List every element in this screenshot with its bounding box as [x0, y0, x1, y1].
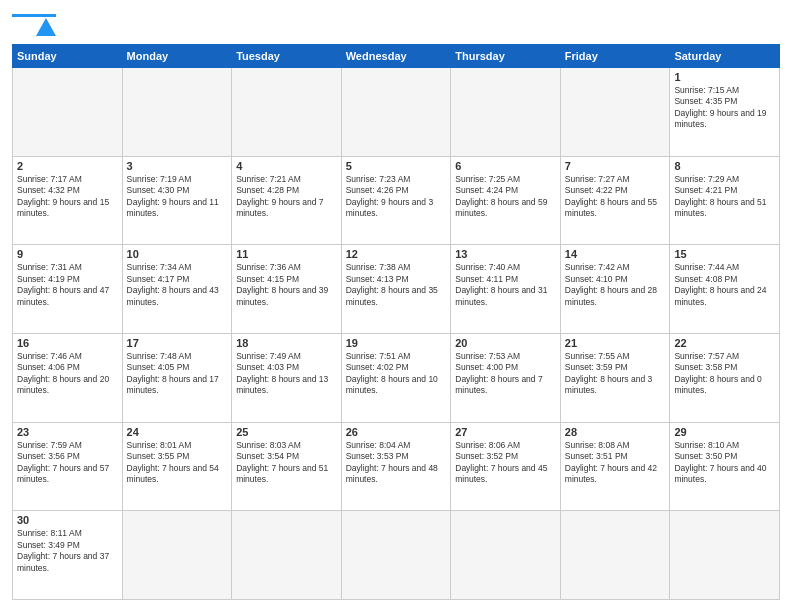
day-cell-23: 23 Sunrise: 7:59 AMSunset: 3:56 PMDaylig… — [13, 422, 123, 511]
col-wednesday: Wednesday — [341, 45, 451, 68]
day-cell-17: 17 Sunrise: 7:48 AMSunset: 4:05 PMDaylig… — [122, 333, 232, 422]
day-info-22: Sunrise: 7:57 AMSunset: 3:58 PMDaylight:… — [674, 351, 775, 397]
day-cell-9: 9 Sunrise: 7:31 AMSunset: 4:19 PMDayligh… — [13, 245, 123, 334]
day-number-24: 24 — [127, 426, 228, 438]
day-info-15: Sunrise: 7:44 AMSunset: 4:08 PMDaylight:… — [674, 262, 775, 308]
day-number-23: 23 — [17, 426, 118, 438]
day-info-17: Sunrise: 7:48 AMSunset: 4:05 PMDaylight:… — [127, 351, 228, 397]
day-number-10: 10 — [127, 248, 228, 260]
day-cell-21: 21 Sunrise: 7:55 AMSunset: 3:59 PMDaylig… — [560, 333, 670, 422]
day-info-16: Sunrise: 7:46 AMSunset: 4:06 PMDaylight:… — [17, 351, 118, 397]
day-number-1: 1 — [674, 71, 775, 83]
day-number-3: 3 — [127, 160, 228, 172]
day-number-18: 18 — [236, 337, 337, 349]
day-number-21: 21 — [565, 337, 666, 349]
empty-cell — [122, 511, 232, 600]
empty-cell — [451, 68, 561, 157]
day-cell-24: 24 Sunrise: 8:01 AMSunset: 3:55 PMDaylig… — [122, 422, 232, 511]
day-info-25: Sunrise: 8:03 AMSunset: 3:54 PMDaylight:… — [236, 440, 337, 486]
day-number-12: 12 — [346, 248, 447, 260]
day-number-4: 4 — [236, 160, 337, 172]
day-info-5: Sunrise: 7:23 AMSunset: 4:26 PMDaylight:… — [346, 174, 447, 220]
col-sunday: Sunday — [13, 45, 123, 68]
day-number-17: 17 — [127, 337, 228, 349]
day-number-16: 16 — [17, 337, 118, 349]
header — [12, 12, 780, 36]
day-number-29: 29 — [674, 426, 775, 438]
day-number-11: 11 — [236, 248, 337, 260]
week-row-6: 30 Sunrise: 8:11 AMSunset: 3:49 PMDaylig… — [13, 511, 780, 600]
day-cell-19: 19 Sunrise: 7:51 AMSunset: 4:02 PMDaylig… — [341, 333, 451, 422]
day-number-2: 2 — [17, 160, 118, 172]
week-row-2: 2 Sunrise: 7:17 AMSunset: 4:32 PMDayligh… — [13, 156, 780, 245]
day-cell-28: 28 Sunrise: 8:08 AMSunset: 3:51 PMDaylig… — [560, 422, 670, 511]
weekday-header-row: Sunday Monday Tuesday Wednesday Thursday… — [13, 45, 780, 68]
day-cell-16: 16 Sunrise: 7:46 AMSunset: 4:06 PMDaylig… — [13, 333, 123, 422]
day-number-8: 8 — [674, 160, 775, 172]
empty-cell — [341, 68, 451, 157]
day-info-9: Sunrise: 7:31 AMSunset: 4:19 PMDaylight:… — [17, 262, 118, 308]
col-saturday: Saturday — [670, 45, 780, 68]
empty-cell — [670, 511, 780, 600]
day-info-2: Sunrise: 7:17 AMSunset: 4:32 PMDaylight:… — [17, 174, 118, 220]
day-cell-29: 29 Sunrise: 8:10 AMSunset: 3:50 PMDaylig… — [670, 422, 780, 511]
day-number-7: 7 — [565, 160, 666, 172]
col-friday: Friday — [560, 45, 670, 68]
day-info-13: Sunrise: 7:40 AMSunset: 4:11 PMDaylight:… — [455, 262, 556, 308]
day-info-26: Sunrise: 8:04 AMSunset: 3:53 PMDaylight:… — [346, 440, 447, 486]
day-number-14: 14 — [565, 248, 666, 260]
week-row-1: 1 Sunrise: 7:15 AMSunset: 4:35 PMDayligh… — [13, 68, 780, 157]
day-number-28: 28 — [565, 426, 666, 438]
day-number-5: 5 — [346, 160, 447, 172]
day-cell-8: 8 Sunrise: 7:29 AMSunset: 4:21 PMDayligh… — [670, 156, 780, 245]
day-info-23: Sunrise: 7:59 AMSunset: 3:56 PMDaylight:… — [17, 440, 118, 486]
day-cell-30: 30 Sunrise: 8:11 AMSunset: 3:49 PMDaylig… — [13, 511, 123, 600]
empty-cell — [560, 68, 670, 157]
day-info-10: Sunrise: 7:34 AMSunset: 4:17 PMDaylight:… — [127, 262, 228, 308]
day-cell-22: 22 Sunrise: 7:57 AMSunset: 3:58 PMDaylig… — [670, 333, 780, 422]
empty-cell — [560, 511, 670, 600]
day-cell-1: 1 Sunrise: 7:15 AMSunset: 4:35 PMDayligh… — [670, 68, 780, 157]
day-number-20: 20 — [455, 337, 556, 349]
logo — [12, 12, 56, 36]
day-number-25: 25 — [236, 426, 337, 438]
day-number-9: 9 — [17, 248, 118, 260]
day-info-14: Sunrise: 7:42 AMSunset: 4:10 PMDaylight:… — [565, 262, 666, 308]
day-number-19: 19 — [346, 337, 447, 349]
calendar: Sunday Monday Tuesday Wednesday Thursday… — [12, 44, 780, 600]
day-info-29: Sunrise: 8:10 AMSunset: 3:50 PMDaylight:… — [674, 440, 775, 486]
day-info-3: Sunrise: 7:19 AMSunset: 4:30 PMDaylight:… — [127, 174, 228, 220]
col-monday: Monday — [122, 45, 232, 68]
day-number-27: 27 — [455, 426, 556, 438]
day-cell-6: 6 Sunrise: 7:25 AMSunset: 4:24 PMDayligh… — [451, 156, 561, 245]
day-info-1: Sunrise: 7:15 AMSunset: 4:35 PMDaylight:… — [674, 85, 775, 131]
empty-cell — [451, 511, 561, 600]
day-info-6: Sunrise: 7:25 AMSunset: 4:24 PMDaylight:… — [455, 174, 556, 220]
day-cell-20: 20 Sunrise: 7:53 AMSunset: 4:00 PMDaylig… — [451, 333, 561, 422]
day-number-6: 6 — [455, 160, 556, 172]
day-info-8: Sunrise: 7:29 AMSunset: 4:21 PMDaylight:… — [674, 174, 775, 220]
day-info-21: Sunrise: 7:55 AMSunset: 3:59 PMDaylight:… — [565, 351, 666, 397]
day-info-19: Sunrise: 7:51 AMSunset: 4:02 PMDaylight:… — [346, 351, 447, 397]
day-cell-14: 14 Sunrise: 7:42 AMSunset: 4:10 PMDaylig… — [560, 245, 670, 334]
day-cell-12: 12 Sunrise: 7:38 AMSunset: 4:13 PMDaylig… — [341, 245, 451, 334]
day-info-24: Sunrise: 8:01 AMSunset: 3:55 PMDaylight:… — [127, 440, 228, 486]
day-info-12: Sunrise: 7:38 AMSunset: 4:13 PMDaylight:… — [346, 262, 447, 308]
day-number-13: 13 — [455, 248, 556, 260]
empty-cell — [341, 511, 451, 600]
day-cell-27: 27 Sunrise: 8:06 AMSunset: 3:52 PMDaylig… — [451, 422, 561, 511]
week-row-3: 9 Sunrise: 7:31 AMSunset: 4:19 PMDayligh… — [13, 245, 780, 334]
day-info-27: Sunrise: 8:06 AMSunset: 3:52 PMDaylight:… — [455, 440, 556, 486]
week-row-5: 23 Sunrise: 7:59 AMSunset: 3:56 PMDaylig… — [13, 422, 780, 511]
day-info-28: Sunrise: 8:08 AMSunset: 3:51 PMDaylight:… — [565, 440, 666, 486]
day-info-4: Sunrise: 7:21 AMSunset: 4:28 PMDaylight:… — [236, 174, 337, 220]
day-number-22: 22 — [674, 337, 775, 349]
day-cell-5: 5 Sunrise: 7:23 AMSunset: 4:26 PMDayligh… — [341, 156, 451, 245]
day-number-30: 30 — [17, 514, 118, 526]
page: Sunday Monday Tuesday Wednesday Thursday… — [0, 0, 792, 612]
day-cell-26: 26 Sunrise: 8:04 AMSunset: 3:53 PMDaylig… — [341, 422, 451, 511]
day-cell-7: 7 Sunrise: 7:27 AMSunset: 4:22 PMDayligh… — [560, 156, 670, 245]
week-row-4: 16 Sunrise: 7:46 AMSunset: 4:06 PMDaylig… — [13, 333, 780, 422]
day-info-18: Sunrise: 7:49 AMSunset: 4:03 PMDaylight:… — [236, 351, 337, 397]
day-cell-25: 25 Sunrise: 8:03 AMSunset: 3:54 PMDaylig… — [232, 422, 342, 511]
